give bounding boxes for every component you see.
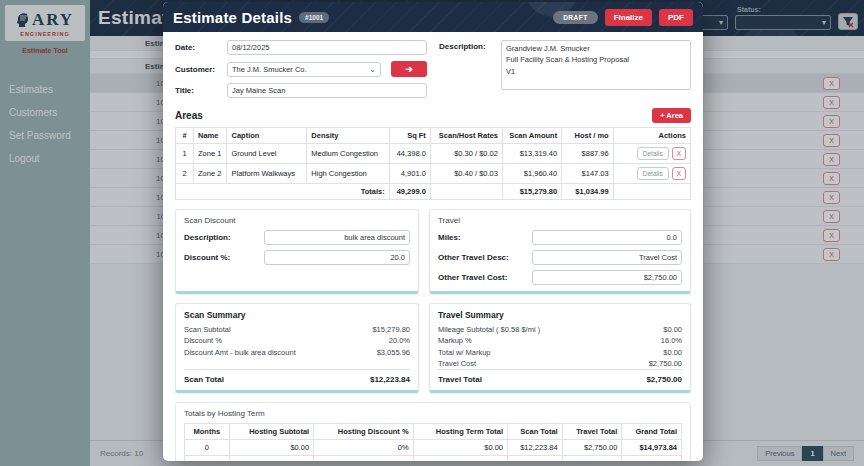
summary-label: Mileage Subtotal ( $0.58 $/mi ) (438, 324, 540, 335)
totals-host-mo: $1,034.99 (562, 184, 614, 200)
scan-summary-card: Scan Summary Scan Subtotal$15,279.80 Dis… (175, 303, 419, 393)
summary-label: Scan Subtotal (184, 324, 231, 335)
estimate-id-badge: #1001 (299, 12, 329, 23)
date-label: Date: (175, 43, 227, 52)
discount-percent-input[interactable] (264, 250, 410, 265)
finalize-button[interactable]: Finalize (605, 9, 652, 26)
scan-total-value: $12,223.84 (370, 375, 410, 384)
col-months: Months (185, 424, 230, 440)
description-textarea[interactable]: Grandview J.M. Smucker Full Facility Sca… (501, 40, 691, 90)
area-name: Zone 2 (194, 164, 227, 184)
miles-label: Miles: (438, 233, 532, 242)
add-area-button[interactable]: + Area (652, 108, 691, 123)
description-label: Description: (439, 40, 501, 104)
col-travel-total: Travel Total (562, 424, 622, 440)
remove-area-button[interactable]: X (672, 167, 686, 180)
scan-summary-title: Scan Summary (184, 310, 410, 320)
modal-header: Estimate Details #1001 DRAFT Finalize PD… (163, 2, 703, 32)
travel-title: Travel (438, 216, 682, 225)
estimate-form: Date: Customer: The J.M. Smucker Co. ⌄ ➔… (175, 40, 691, 104)
area-sqft: 44,398.0 (389, 144, 430, 164)
area-row: 1 Zone 1 Ground Level Medium Congestion … (176, 144, 691, 164)
area-sqft: 4,901.0 (389, 164, 430, 184)
area-host-mo: $147.03 (562, 164, 614, 184)
travel-card: Travel Miles: Other Travel Desc: Other T… (429, 209, 691, 294)
hosting-term-row: 0 $0.00 0% $0.00 $12,223.84 $2,750.00 $1… (185, 440, 682, 456)
other-travel-desc-label: Other Travel Desc: (438, 253, 532, 262)
hosting-terms-table: Months Hosting Subtotal Hosting Discount… (184, 423, 682, 461)
areas-section-title: Areas (175, 110, 203, 121)
area-scan-amount: $13,319.40 (502, 144, 561, 164)
other-travel-desc-input[interactable] (532, 250, 682, 265)
discount-percent-label: Discount %: (184, 253, 264, 262)
scan-discount-card: Scan Discount Description: Discount %: (175, 209, 419, 294)
travel-total-value: $2,750.00 (646, 375, 682, 384)
col-scan-amount: Scan Amount (502, 128, 561, 144)
col-caption: Caption (227, 128, 307, 144)
col-name: Name (194, 128, 227, 144)
area-density: High Congestion (307, 164, 389, 184)
arrow-right-icon: ➔ (405, 64, 413, 74)
areas-table: # Name Caption Density Sq Ft Scan/Host R… (175, 127, 691, 200)
col-hosting-subtotal: Hosting Subtotal (229, 424, 313, 440)
summary-value: $2,750.00 (649, 358, 682, 369)
totals-sqft: 49,299.0 (389, 184, 430, 200)
pdf-button[interactable]: PDF (659, 9, 693, 26)
discount-description-input[interactable] (264, 230, 410, 245)
travel-total-label: Travel Total (438, 375, 482, 384)
area-num: 1 (176, 144, 194, 164)
draft-status-button[interactable]: DRAFT (553, 11, 598, 24)
area-host-mo: $887.96 (562, 144, 614, 164)
travel-summary-card: Travel Summary Mileage Subtotal ( $0.58 … (429, 303, 691, 393)
title-label: Title: (175, 86, 227, 95)
col-hosting-discount: Hosting Discount % (314, 424, 413, 440)
other-travel-cost-input[interactable] (532, 270, 682, 285)
col-sqft: Sq Ft (389, 128, 430, 144)
area-rates: $0.40 / $0.03 (430, 164, 502, 184)
totals-label: Totals: (176, 184, 390, 200)
summary-label: Travel Cost (438, 358, 476, 369)
col-host-mo: Host / mo (562, 128, 614, 144)
col-actions: Actions (613, 128, 690, 144)
miles-input[interactable] (532, 230, 682, 245)
date-input[interactable] (227, 40, 427, 55)
summary-value: 20.0% (389, 335, 410, 346)
col-hosting-term-total: Hosting Term Total (413, 424, 507, 440)
screen: ARY ENGINEERING Estimate Tool Estimates … (0, 0, 864, 466)
area-name: Zone 1 (194, 144, 227, 164)
area-rates: $0.30 / $0.02 (430, 144, 502, 164)
customer-select[interactable]: The J.M. Smucker Co. ⌄ (227, 62, 381, 77)
modal-body: Date: Customer: The J.M. Smucker Co. ⌄ ➔… (163, 32, 703, 461)
customer-label: Customer: (175, 65, 227, 74)
summary-label: Discount % (184, 335, 222, 346)
scan-total-label: Scan Total (184, 375, 224, 384)
summary-value: $0.00 (663, 347, 682, 358)
title-input[interactable] (227, 83, 427, 98)
summary-value: $0.00 (663, 324, 682, 335)
area-caption: Ground Level (227, 144, 307, 164)
area-details-button[interactable]: Details (637, 147, 669, 160)
summary-value: $15,279.80 (372, 324, 410, 335)
other-travel-cost-label: Other Travel Cost: (438, 273, 532, 282)
scan-discount-title: Scan Discount (184, 216, 410, 225)
area-scan-amount: $1,960.40 (502, 164, 561, 184)
area-num: 2 (176, 164, 194, 184)
hosting-terms-card: Totals by Hosting Term Months Hosting Su… (175, 402, 691, 461)
col-scan-total: Scan Total (508, 424, 563, 440)
modal-title: Estimate Details (173, 9, 292, 26)
col-grand-total: Grand Total (622, 424, 682, 440)
col-density: Density (307, 128, 389, 144)
remove-area-button[interactable]: X (672, 147, 686, 160)
col-num: # (176, 128, 194, 144)
col-rates: Scan/Host Rates (430, 128, 502, 144)
area-density: Medium Congestion (307, 144, 389, 164)
go-to-customer-button[interactable]: ➔ (391, 61, 427, 77)
area-details-button[interactable]: Details (637, 167, 669, 180)
summary-label: Discount Amt - bulk area discount (184, 347, 296, 358)
summary-label: Markup % (438, 335, 472, 346)
summary-value: $3,055.96 (377, 347, 410, 358)
chevron-down-icon: ⌄ (369, 65, 376, 74)
summary-label: Total w/ Markup (438, 347, 491, 358)
totals-scan-amount: $15,279.80 (502, 184, 561, 200)
travel-summary-title: Travel Summary (438, 310, 682, 320)
